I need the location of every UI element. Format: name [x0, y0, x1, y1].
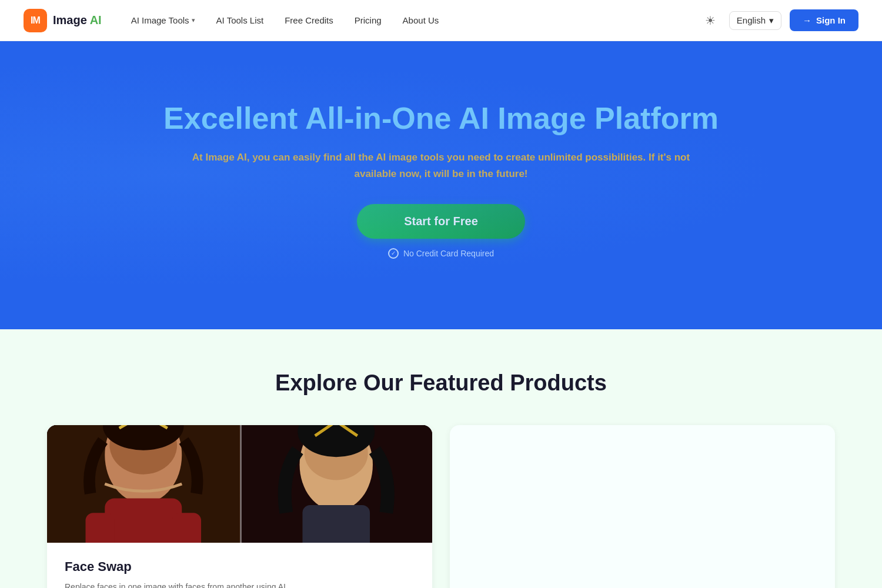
- hero-subtitle: At Image AI, you can easily find all the…: [176, 149, 706, 181]
- start-for-free-button[interactable]: Start for Free: [357, 204, 525, 239]
- face-swap-divider: [240, 425, 242, 543]
- face-figure-left: [47, 425, 240, 543]
- logo-text-ai: AI: [87, 14, 102, 26]
- product-image-face-swap: [47, 425, 432, 543]
- language-selector[interactable]: English ▾: [729, 11, 781, 30]
- face-figure-right: [240, 425, 433, 543]
- theme-toggle-button[interactable]: ☀: [700, 10, 721, 31]
- product-name-face-swap: Face Swap: [65, 559, 415, 574]
- product-card-placeholder: [450, 425, 835, 588]
- nav-ai-image-tools[interactable]: AI Image Tools ▾: [123, 11, 203, 30]
- sign-in-label: Sign In: [816, 15, 846, 25]
- logo[interactable]: IM Image AI: [24, 9, 102, 32]
- check-circle-icon: ✓: [388, 248, 399, 259]
- nav-free-credits[interactable]: Free Credits: [276, 11, 342, 30]
- svg-rect-3: [105, 498, 182, 542]
- nav-links: AI Image Tools ▾ AI Tools List Free Cred…: [123, 11, 447, 30]
- svg-rect-4: [86, 513, 115, 543]
- svg-rect-13: [302, 505, 370, 543]
- hero-title: Excellent All-in-One AI Image Platform: [163, 100, 719, 136]
- logo-icon: IM: [24, 9, 47, 32]
- navbar-left: IM Image AI AI Image Tools ▾ AI Tools Li…: [24, 9, 447, 32]
- product-card-face-swap[interactable]: Face Swap Replace faces in one image wit…: [47, 425, 432, 588]
- hero-section: Excellent All-in-One AI Image Platform A…: [0, 41, 882, 329]
- navbar-right: ☀ English ▾ → Sign In: [700, 9, 858, 31]
- chevron-down-icon: ▾: [192, 16, 195, 24]
- face-swap-image: [47, 425, 432, 543]
- product-info-face-swap: Face Swap Replace faces in one image wit…: [47, 543, 432, 588]
- sign-in-icon: →: [803, 15, 811, 25]
- navbar: IM Image AI AI Image Tools ▾ AI Tools Li…: [0, 0, 882, 41]
- nav-ai-tools-list[interactable]: AI Tools List: [208, 11, 272, 30]
- sign-in-button[interactable]: → Sign In: [790, 9, 858, 31]
- language-label: English: [737, 15, 766, 25]
- chevron-down-icon: ▾: [769, 15, 774, 26]
- svg-rect-5: [172, 513, 201, 543]
- products-section: Explore Our Featured Products: [0, 329, 882, 588]
- no-credit-card-note: ✓ No Credit Card Required: [388, 248, 494, 259]
- logo-text: Image AI: [53, 14, 102, 27]
- no-credit-card-label: No Credit Card Required: [403, 249, 494, 258]
- nav-pricing[interactable]: Pricing: [346, 11, 390, 30]
- products-grid: Face Swap Replace faces in one image wit…: [47, 425, 835, 588]
- product-desc-face-swap: Replace faces in one image with faces fr…: [65, 580, 415, 588]
- products-section-title: Explore Our Featured Products: [47, 370, 835, 396]
- logo-text-image: Image: [53, 14, 87, 26]
- sun-icon: ☀: [705, 14, 716, 28]
- nav-about-us[interactable]: About Us: [395, 11, 447, 30]
